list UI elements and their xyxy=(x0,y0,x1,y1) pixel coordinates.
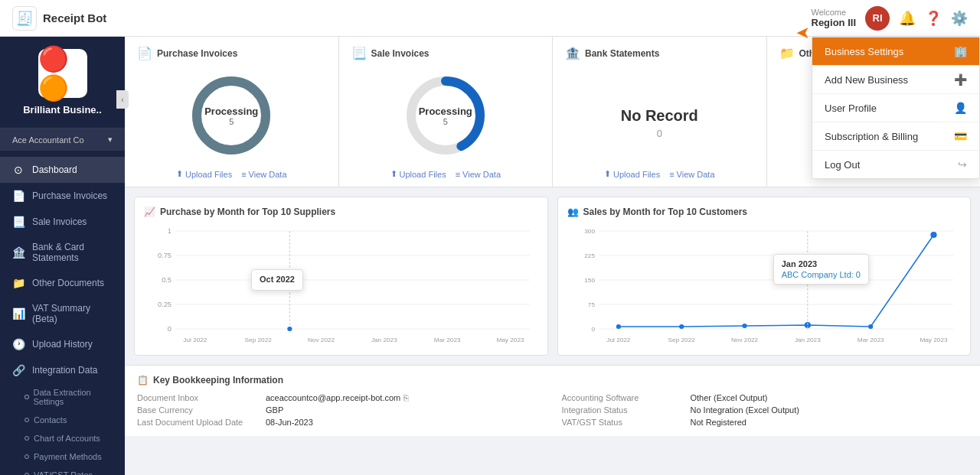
svg-text:Nov 2022: Nov 2022 xyxy=(308,337,335,343)
logout-icon: ↪ xyxy=(958,158,967,171)
svg-point-43 xyxy=(930,232,936,238)
svg-point-42 xyxy=(868,324,873,329)
card-sale-invoices: 📃 Sale Invoices Processing 5 ⬆ Upload Fi… xyxy=(339,37,554,187)
keyinfo-row-upload-date: Last Document Upload Date 08-Jun-2023 xyxy=(137,418,544,427)
sale-invoices-icon: 📃 xyxy=(12,216,24,228)
sale-invoices-donut: Processing 5 xyxy=(400,70,492,161)
avatar: RI xyxy=(865,6,890,31)
dropdown-item-business-settings[interactable]: Business Settings 🏢 xyxy=(812,37,979,66)
sidebar-item-sale-invoices[interactable]: 📃 Sale Invoices xyxy=(0,209,125,235)
dropdown-item-add-new-business[interactable]: Add New Business ➕ xyxy=(812,66,979,94)
upload-files-button[interactable]: ⬆ Upload Files xyxy=(390,169,446,179)
sidebar-sub-data-extraction[interactable]: Data Extraction Settings xyxy=(24,383,125,411)
keyinfo-value-inbox: aceaccountco@app.receipt-bot.com ⎘ xyxy=(266,393,409,402)
billing-icon: 💳 xyxy=(954,130,967,142)
welcome-text: Welcome xyxy=(812,8,857,17)
sub-label-contacts: Contacts xyxy=(34,415,67,425)
settings-icon[interactable]: ⚙️ xyxy=(951,10,968,27)
sidebar-label-other: Other Documents xyxy=(32,278,104,288)
purchase-chart-area: 1 0.75 0.5 0.25 0 Jul 2022 Sep 2022 Nov … xyxy=(144,223,538,346)
upload-files-button[interactable]: ⬆ Upload Files xyxy=(176,169,232,179)
keyinfo-label-upload-date: Last Document Upload Date xyxy=(137,418,260,427)
no-record-status: No Record xyxy=(621,107,698,125)
sidebar-sub-chart-of-accounts[interactable]: Chart of Accounts xyxy=(24,429,125,447)
sub-label-vat-rates: VAT/GST Rates xyxy=(34,470,93,475)
sidebar-label-dashboard: Dashboard xyxy=(32,164,77,175)
sales-chart-area: 300 225 150 75 0 Jul 2022 Sep 2022 Nov 2… xyxy=(567,223,962,346)
username: Region III xyxy=(812,17,857,28)
dropdown-item-user-profile[interactable]: User Profile 👤 xyxy=(812,94,979,122)
keyinfo-label-integration: Integration Status xyxy=(562,405,684,415)
keyinfo-right: Accounting Software Other (Excel Output)… xyxy=(562,393,969,427)
svg-text:0: 0 xyxy=(591,326,595,333)
keyinfo-label-vat-status: VAT/GST Status xyxy=(562,418,684,427)
svg-text:225: 225 xyxy=(584,252,595,259)
copy-icon[interactable]: ⎘ xyxy=(403,393,409,402)
sidebar-sub-payment-methods[interactable]: Payment Methods xyxy=(24,447,125,466)
keyinfo-title: 📋 Key Bookkeeping Information xyxy=(137,375,968,386)
sidebar-item-bank-statements[interactable]: 🏦 Bank & Card Statements xyxy=(0,235,125,270)
chevron-down-icon: ▾ xyxy=(108,135,113,145)
charts-row: 📈 Purchase by Month for Top 10 Suppliers… xyxy=(125,187,980,365)
logo: 🧾 Receipt Bot xyxy=(12,6,106,31)
svg-point-39 xyxy=(679,324,684,329)
donut-center: Processing 5 xyxy=(204,106,258,126)
logo-icon: 🧾 xyxy=(12,6,37,31)
view-data-button[interactable]: ≡ View Data xyxy=(669,169,714,179)
sale-invoices-card-title: Sale Invoices xyxy=(371,48,430,59)
sidebar-item-vat-summary[interactable]: 📊 VAT Summary (Beta) xyxy=(0,296,125,331)
key-bookkeeping-section: 📋 Key Bookkeeping Information Document I… xyxy=(125,365,980,436)
view-data-button[interactable]: ≡ View Data xyxy=(241,169,286,179)
business-name: Brilliant Busine.. xyxy=(23,104,102,115)
sidebar-item-purchase-invoices[interactable]: 📄 Purchase Invoices xyxy=(0,183,125,209)
sidebar-item-integration-data[interactable]: 🔗 Integration Data xyxy=(0,357,125,383)
keyinfo-label-inbox: Document Inbox xyxy=(137,393,260,402)
dot-icon xyxy=(24,454,29,459)
help-icon[interactable]: ❓ xyxy=(925,10,942,27)
sidebar-item-upload-history[interactable]: 🕐 Upload History xyxy=(0,331,125,357)
svg-text:Sep 2022: Sep 2022 xyxy=(245,337,273,343)
bell-icon[interactable]: 🔔 xyxy=(899,10,916,27)
bank-card-icon: 🏦 xyxy=(565,46,580,60)
business-settings-label: Business Settings xyxy=(825,46,903,57)
svg-text:0.75: 0.75 xyxy=(158,252,172,259)
keyinfo-row-vat-status: VAT/GST Status Not Registered xyxy=(562,418,969,427)
svg-text:May 2023: May 2023 xyxy=(920,337,948,343)
keyinfo-row-accounting: Accounting Software Other (Excel Output) xyxy=(562,393,969,402)
purchase-chart-icon: 📈 xyxy=(144,207,155,217)
sales-chart-title: 👥 Sales by Month for Top 10 Customers xyxy=(567,207,962,217)
dropdown-item-subscription-billing[interactable]: Subscription & Billing 💳 xyxy=(812,122,979,151)
dropdown-item-log-out[interactable]: Log Out ↪ xyxy=(812,151,979,178)
view-data-button[interactable]: ≡ View Data xyxy=(456,169,501,179)
sidebar-account[interactable]: Ace Accountant Co ▾ xyxy=(0,129,125,151)
sub-label-payment: Payment Methods xyxy=(34,452,102,461)
sidebar-label-sale-invoices: Sale Invoices xyxy=(32,216,87,227)
sidebar-sub-contacts[interactable]: Contacts xyxy=(24,411,125,429)
keyinfo-row-integration: Integration Status No Integration (Excel… xyxy=(562,405,969,415)
sidebar-item-other-documents[interactable]: 📁 Other Documents xyxy=(0,270,125,296)
sidebar-collapse-button[interactable]: ‹ xyxy=(116,90,129,109)
card-header: 📃 Sale Invoices xyxy=(351,46,541,60)
keyinfo-value-accounting: Other (Excel Output) xyxy=(691,393,768,402)
sidebar-item-dashboard[interactable]: ⊙ Dashboard xyxy=(0,157,125,183)
svg-text:May 2023: May 2023 xyxy=(496,337,524,343)
keyinfo-grid: Document Inbox aceaccountco@app.receipt-… xyxy=(137,393,968,427)
app-title: Receipt Bot xyxy=(43,11,106,24)
keyinfo-value-vat-status: Not Registered xyxy=(691,418,746,427)
sidebar-label-vat: VAT Summary (Beta) xyxy=(32,303,113,324)
sidebar-label-bank: Bank & Card Statements xyxy=(32,242,113,263)
integration-icon: 🔗 xyxy=(12,364,24,376)
upload-files-button[interactable]: ⬆ Upload Files xyxy=(604,169,660,179)
sidebar-sub-vat-gst-rates[interactable]: VAT/GST Rates xyxy=(24,466,125,475)
keyinfo-value-integration: No Integration (Excel Output) xyxy=(691,405,799,415)
keyinfo-row-currency: Base Currency GBP xyxy=(137,405,544,415)
account-name: Ace Accountant Co xyxy=(12,135,84,145)
user-icon: 👤 xyxy=(954,102,967,114)
keyinfo-value-currency: GBP xyxy=(266,405,283,415)
dot-icon xyxy=(24,395,29,399)
sidebar: 🔴🟠 Brilliant Busine.. Ace Accountant Co … xyxy=(0,37,125,475)
no-record-count: 0 xyxy=(657,128,662,139)
svg-text:0.5: 0.5 xyxy=(162,276,172,284)
card-purchase-invoices: 📄 Purchase Invoices Processing 5 ⬆ Uploa… xyxy=(125,37,339,187)
user-profile-label: User Profile xyxy=(825,102,877,114)
